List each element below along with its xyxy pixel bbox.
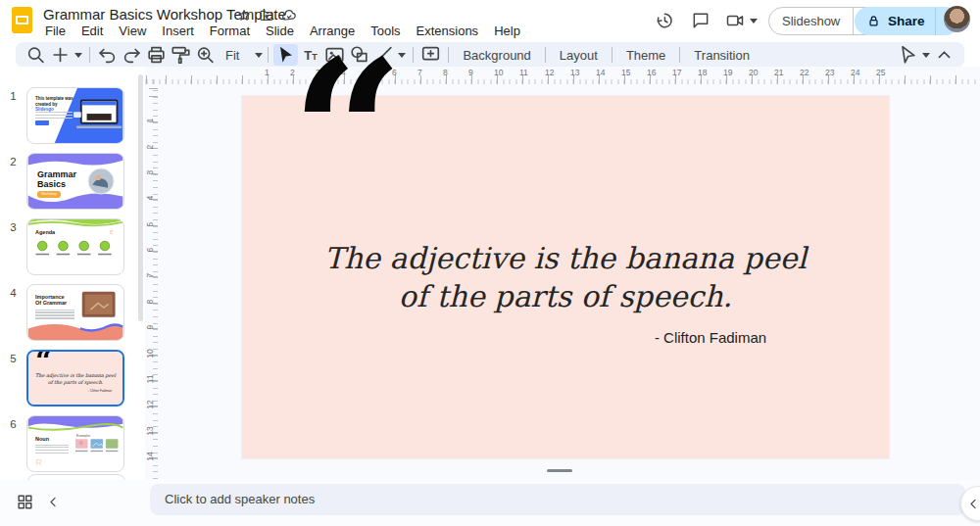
slide-thumbnail-4[interactable]: ImportanceOf Grammar: [26, 284, 124, 341]
hruler-number: 7: [417, 68, 422, 77]
hruler-number: 19: [723, 68, 732, 77]
hruler-number: 1: [265, 68, 270, 77]
hruler-number: 10: [494, 68, 503, 77]
hruler-number: 20: [749, 68, 758, 77]
insert-caret-icon[interactable]: [73, 44, 84, 66]
app-logo-inner: [16, 16, 28, 24]
filmstrip: 1 This template wascreated by Slidesgo 2…: [0, 67, 145, 480]
comments-icon[interactable]: [691, 11, 710, 30]
quote-attribution[interactable]: - Clifton Fadiman: [603, 329, 818, 346]
menu-item-extensions[interactable]: Extensions: [409, 22, 487, 40]
svg-text:é: é: [110, 228, 114, 235]
slide-thumbnail-row-1: 1 This template wascreated by Slidesgo: [0, 87, 124, 144]
menu-item-help[interactable]: Help: [486, 22, 528, 40]
app-logo-icon[interactable]: [12, 7, 32, 33]
pen-icon[interactable]: [896, 44, 920, 66]
slide-thumbnail-5-selected[interactable]: “ The adjective is the banana peelof the…: [26, 350, 124, 406]
slide-number: 5: [0, 350, 26, 406]
vruler-number: 12: [145, 399, 155, 410]
meet-icon[interactable]: [725, 11, 745, 30]
vruler-number: 4: [145, 192, 155, 204]
redo-icon[interactable]: [120, 44, 144, 66]
hruler-number: 12: [545, 68, 554, 77]
background-button[interactable]: Background: [454, 48, 539, 63]
vruler-number: 1: [145, 115, 155, 126]
slide-thumbnail-1[interactable]: This template wascreated by Slidesgo: [26, 87, 124, 144]
fit-label: Fit: [218, 48, 255, 63]
hruler-number: 17: [672, 68, 681, 77]
zoom-fit-dropdown[interactable]: Fit: [218, 48, 263, 63]
menu-item-insert[interactable]: Insert: [154, 22, 202, 40]
toolbar: Fit TT Background Layout Theme Transitio…: [16, 42, 964, 68]
insert-icon[interactable]: [48, 44, 73, 66]
horizontal-ruler: 1234567891011121314151617181920212223242…: [145, 67, 980, 85]
slide-thumbnail-row-4: 4 ImportanceOf Grammar: [0, 284, 124, 341]
hruler-number: 9: [468, 68, 473, 77]
vruler-number: 5: [145, 218, 155, 230]
vertical-ruler: 1234567891011121314: [145, 85, 159, 480]
quote-text[interactable]: The adjective is the banana peel of the …: [242, 239, 889, 315]
menu-item-file[interactable]: File: [37, 22, 74, 40]
layout-button[interactable]: Layout: [551, 48, 607, 63]
collapse-toolbar-icon[interactable]: [932, 44, 956, 66]
speaker-notes-placeholder: Click to add speaker notes: [150, 484, 965, 515]
theme-button[interactable]: Theme: [617, 48, 674, 63]
filmstrip-scrollbar[interactable]: [138, 74, 143, 321]
undo-icon[interactable]: [95, 44, 120, 66]
pen-caret-icon[interactable]: [920, 44, 932, 66]
meet-caret-icon[interactable]: [750, 19, 758, 24]
titlebar: Grammar Basics Workshop Template FileEdi…: [0, 0, 980, 41]
hruler-number: 21: [774, 68, 783, 77]
history-icon[interactable]: [655, 11, 674, 30]
vruler-number: 6: [145, 244, 155, 256]
slide-number: 6: [0, 415, 26, 472]
search-icon[interactable]: [24, 44, 48, 66]
slide-thumbnail-row-5: 5 “ The adjective is the banana peelof t…: [0, 350, 124, 406]
share-label: Share: [881, 14, 935, 28]
print-icon[interactable]: [144, 44, 169, 66]
panel-expand-icon: [966, 497, 980, 511]
slide-number: 3: [0, 218, 26, 275]
hruler-number: 13: [570, 68, 579, 77]
filmstrip-collapse-icon[interactable]: [46, 495, 61, 509]
transition-button[interactable]: Transition: [685, 48, 759, 63]
vruler-number: 10: [145, 348, 155, 359]
slide-thumbnail-6[interactable]: R Noun Examples: [26, 415, 124, 472]
slide-thumbnail-3[interactable]: é Agenda: [26, 218, 124, 275]
hruler-number: 25: [876, 68, 885, 77]
vruler-number: 8: [145, 296, 155, 308]
vruler-number: 7: [145, 269, 155, 281]
paint-format-icon[interactable]: [169, 44, 193, 66]
comment-icon[interactable]: [418, 44, 443, 66]
hruler-number: 18: [698, 68, 707, 77]
hruler-number: 14: [596, 68, 605, 77]
vruler-number: 3: [145, 167, 155, 178]
slideshow-label: Slideshow: [769, 14, 853, 28]
quote-line-2: of the parts of speech.: [242, 277, 889, 315]
menu-item-format[interactable]: Format: [202, 22, 258, 40]
grid-view-icon[interactable]: [16, 493, 34, 511]
notes-resize-handle[interactable]: [547, 469, 572, 472]
hruler-number: 11: [519, 68, 528, 77]
svg-text:R: R: [35, 457, 41, 467]
menu-item-edit[interactable]: Edit: [74, 22, 111, 40]
menu-item-view[interactable]: View: [111, 22, 154, 40]
slide-thumbnail-row-2: 2 GrammarBasics Workshop: [0, 153, 124, 210]
bottombar: Click to add speaker notes: [0, 480, 980, 526]
hruler-number: 24: [851, 68, 859, 77]
slide-thumbnail-row-3: 3 é Agenda: [0, 218, 124, 275]
hruler-number: 15: [621, 68, 630, 77]
line-caret-icon[interactable]: [396, 44, 408, 66]
hruler-number: 16: [647, 68, 656, 77]
avatar[interactable]: [944, 6, 970, 32]
zoom-icon[interactable]: [193, 44, 218, 66]
lock-icon: [866, 14, 881, 28]
slide-editor[interactable]: “ The adjective is the banana peel of th…: [242, 96, 889, 458]
speaker-notes-input[interactable]: Click to add speaker notes: [150, 484, 965, 515]
vruler-number: 11: [145, 373, 155, 385]
vruler-number: 14: [145, 451, 155, 462]
hruler-number: 8: [443, 68, 448, 77]
slide-thumbnail-2[interactable]: GrammarBasics Workshop: [26, 153, 124, 210]
quote-mark[interactable]: “: [291, 35, 396, 231]
vruler-number: 2: [145, 141, 155, 153]
